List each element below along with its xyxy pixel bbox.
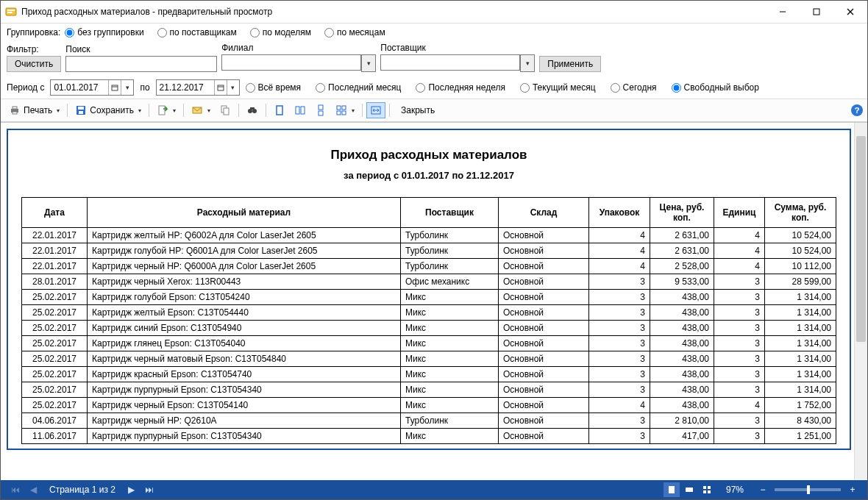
col-material: Расходный материал: [88, 198, 401, 228]
nav-first[interactable]: ⏮: [8, 482, 23, 497]
cell-warehouse: Основной: [499, 367, 589, 382]
chevron-down-icon[interactable]: ▾: [227, 80, 239, 95]
col-warehouse: Склад: [499, 198, 589, 228]
cell-date: 22.01.2017: [22, 259, 88, 274]
group-model[interactable]: по моделям: [250, 27, 311, 38]
nav-next[interactable]: ▶: [124, 482, 139, 497]
supplier-label: Поставщик: [380, 43, 535, 53]
col-price: Цена, руб. коп.: [650, 198, 714, 228]
cell-sum: 1 314,00: [765, 305, 836, 321]
view-continuous[interactable]: [311, 102, 330, 118]
mail-button[interactable]: ▾: [188, 102, 214, 118]
cell-packs: 3: [589, 413, 650, 429]
view-single[interactable]: [270, 102, 289, 118]
date-to-input[interactable]: [157, 82, 214, 93]
cell-warehouse: Основной: [499, 382, 589, 398]
cell-date: 22.01.2017: [22, 243, 88, 259]
calendar-icon[interactable]: [214, 80, 227, 95]
cell-packs: 3: [589, 321, 650, 336]
zoom-level: 97%: [726, 485, 744, 495]
svg-rect-26: [301, 107, 305, 114]
cell-price: 438,00: [650, 305, 714, 321]
svg-rect-7: [112, 85, 118, 90]
zoom-mode-width[interactable]: [681, 482, 697, 497]
period-last-week[interactable]: Последняя неделя: [416, 82, 505, 93]
chevron-down-icon[interactable]: ▾: [361, 54, 376, 72]
apply-button[interactable]: Применить: [539, 56, 601, 72]
branch-input[interactable]: [221, 54, 361, 71]
chevron-down-icon[interactable]: ▾: [121, 80, 133, 95]
zoom-out-button[interactable]: −: [755, 482, 771, 497]
print-button[interactable]: Печать▾: [5, 102, 63, 118]
branch-combo[interactable]: ▾: [221, 54, 376, 72]
close-preview-button[interactable]: Закрыть: [401, 105, 435, 115]
svg-rect-25: [296, 107, 299, 114]
group-month[interactable]: по месяцам: [324, 27, 385, 38]
zoom-in-button[interactable]: +: [844, 482, 861, 497]
period-custom[interactable]: Свободный выбор: [672, 82, 759, 93]
cell-material: Картридж черный матовый Epson: C13T05484…: [88, 351, 401, 367]
find-button[interactable]: [243, 102, 262, 118]
search-input[interactable]: [65, 56, 217, 72]
close-button[interactable]: [833, 1, 867, 23]
cell-warehouse: Основной: [499, 336, 589, 351]
maximize-button[interactable]: [800, 1, 833, 23]
date-to[interactable]: ▾: [156, 79, 240, 96]
period-last-month[interactable]: Последний месяц: [316, 82, 401, 93]
view-multi[interactable]: ▾: [332, 102, 358, 118]
period-from-label: Период с: [7, 82, 44, 93]
date-from[interactable]: ▾: [50, 79, 134, 96]
supplier-combo[interactable]: ▾: [380, 54, 535, 72]
zoom-mode-page[interactable]: [664, 482, 680, 497]
cell-supplier: Микс: [401, 305, 499, 321]
svg-rect-12: [13, 107, 17, 109]
col-supplier: Поставщик: [401, 198, 499, 228]
chevron-down-icon[interactable]: ▾: [520, 54, 535, 72]
cell-date: 25.02.2017: [22, 336, 88, 351]
cell-warehouse: Основной: [499, 259, 589, 274]
zoom-mode-multi[interactable]: [699, 482, 715, 497]
calendar-icon[interactable]: [108, 80, 121, 95]
page-facing-icon: [294, 104, 306, 116]
scrollbar-thumb[interactable]: [856, 136, 866, 342]
cell-packs: 4: [589, 398, 650, 413]
cell-warehouse: Основной: [499, 243, 589, 259]
period-current-month[interactable]: Текущий месяц: [520, 82, 596, 93]
fit-width-button[interactable]: [366, 102, 385, 118]
period-all[interactable]: Всё время: [246, 82, 301, 93]
vertical-scrollbar[interactable]: [854, 123, 867, 480]
status-bar: ⏮ ◀ Страница 1 из 2 ▶ ⏭ 97% − +: [1, 480, 867, 499]
page-indicator: Страница 1 из 2: [49, 485, 115, 495]
cell-units: 4: [714, 228, 765, 243]
floppy-icon: [75, 104, 87, 116]
supplier-input[interactable]: [380, 54, 520, 71]
cell-price: 2 631,00: [650, 243, 714, 259]
table-row: 25.02.2017Картридж голубой Epson: C13T05…: [22, 290, 836, 305]
cell-warehouse: Основной: [499, 429, 589, 444]
cell-price: 2 810,00: [650, 413, 714, 429]
svg-rect-39: [708, 490, 711, 493]
cell-date: 25.02.2017: [22, 398, 88, 413]
export-button[interactable]: ▾: [153, 102, 179, 118]
group-none[interactable]: без группировки: [65, 27, 143, 38]
nav-prev[interactable]: ◀: [26, 482, 40, 497]
clear-button[interactable]: Очистить: [7, 56, 61, 72]
cell-supplier: Микс: [401, 321, 499, 336]
save-button[interactable]: Сохранить▾: [71, 102, 145, 118]
group-supplier[interactable]: по поставщикам: [157, 27, 237, 38]
cell-sum: 1 314,00: [765, 382, 836, 398]
date-from-input[interactable]: [51, 82, 108, 93]
view-facing[interactable]: [291, 102, 310, 118]
nav-last[interactable]: ⏭: [142, 482, 157, 497]
binoculars-icon: [246, 104, 258, 116]
svg-rect-9: [218, 85, 224, 90]
cell-units: 3: [714, 367, 765, 382]
cell-price: 9 533,00: [650, 274, 714, 290]
svg-rect-15: [78, 107, 84, 110]
svg-rect-35: [686, 488, 693, 492]
help-icon[interactable]: ?: [851, 104, 863, 116]
zoom-slider[interactable]: [775, 488, 841, 491]
copy-button[interactable]: [216, 102, 235, 118]
minimize-button[interactable]: [766, 1, 800, 23]
period-today[interactable]: Сегодня: [611, 82, 657, 93]
